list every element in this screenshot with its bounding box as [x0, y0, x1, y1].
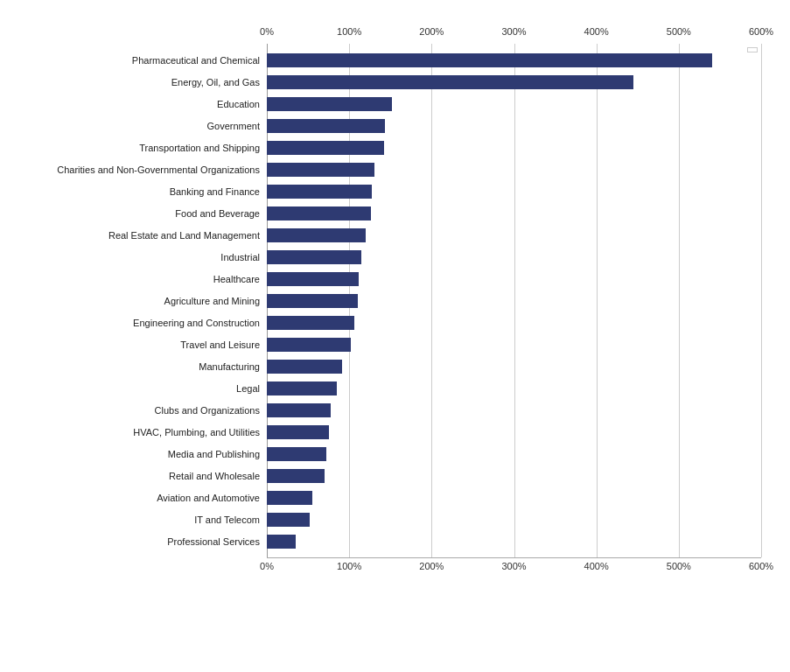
- bars-and-grid: Pharmaceutical and ChemicalEnergy, Oil, …: [267, 44, 761, 557]
- bar-label: Government: [17, 121, 267, 131]
- bar-row: IT and Telecom: [267, 510, 761, 529]
- bar-row: Industrial: [267, 248, 761, 267]
- bar-row: Government: [267, 116, 761, 136]
- bar-label: Aviation and Automotive: [17, 493, 267, 503]
- bar-row: Retail and Wholesale: [267, 466, 761, 486]
- x-axis-label: 400%: [584, 26, 609, 37]
- bar-label: Pharmaceutical and Chemical: [17, 55, 267, 66]
- bar-label: Education: [17, 99, 267, 109]
- x-axis-label-bottom: 400%: [584, 561, 609, 571]
- bar-row: Engineering and Construction: [267, 313, 761, 332]
- bar: [267, 294, 358, 308]
- bar: [267, 338, 351, 352]
- bar-row: Clubs and Organizations: [267, 401, 761, 420]
- bar-label: Banking and Finance: [17, 186, 267, 197]
- bar-label: Transportation and Shipping: [17, 143, 267, 153]
- bar: [267, 469, 325, 483]
- bar-row: Banking and Finance: [267, 182, 761, 201]
- bar-label: Charities and Non-Governmental Organizat…: [17, 164, 267, 175]
- bar-row: Professional Services: [267, 532, 761, 551]
- bar-label: IT and Telecom: [17, 514, 267, 525]
- x-axis-label-bottom: 100%: [337, 561, 361, 571]
- x-axis-label: 600%: [749, 26, 773, 37]
- bar: [267, 360, 342, 374]
- bar-row: Travel and Leisure: [267, 335, 761, 354]
- chart-area-wrapper: Pharmaceutical and ChemicalEnergy, Oil, …: [267, 44, 761, 557]
- bars-area: Pharmaceutical and ChemicalEnergy, Oil, …: [267, 44, 761, 557]
- bar-row: Transportation and Shipping: [267, 138, 761, 158]
- x-axis-label: 100%: [337, 26, 361, 37]
- bar-row: Charities and Non-Governmental Organizat…: [267, 160, 761, 179]
- x-axis-label-bottom: 600%: [749, 561, 773, 571]
- x-axis-label: 500%: [667, 26, 691, 37]
- bar-row: Real Estate and Land Management: [267, 226, 761, 245]
- bar: [267, 97, 392, 111]
- bar: [267, 206, 371, 220]
- bar: [267, 316, 354, 330]
- x-axis-label-bottom: 200%: [419, 561, 444, 571]
- bar-row: Media and Publishing: [267, 444, 761, 464]
- bar-label: Healthcare: [17, 274, 267, 284]
- bar: [267, 75, 633, 89]
- bar: [267, 185, 372, 199]
- bar-row: HVAC, Plumbing, and Utilities: [267, 423, 761, 442]
- grid-line: [761, 44, 762, 557]
- x-axis-label: 0%: [260, 26, 274, 37]
- x-axis-label: 300%: [501, 26, 526, 37]
- bar-label: Real Estate and Land Management: [17, 230, 267, 241]
- bar: [267, 535, 296, 549]
- bar-label: Professional Services: [17, 536, 267, 547]
- bar-label: Clubs and Organizations: [17, 405, 267, 416]
- bar-label: Energy, Oil, and Gas: [17, 77, 267, 88]
- bar-label: HVAC, Plumbing, and Utilities: [17, 427, 267, 438]
- x-axis-label: 200%: [419, 26, 444, 37]
- bar: [267, 447, 326, 461]
- bar-row: Education: [267, 94, 761, 114]
- bar: [267, 119, 385, 133]
- x-axis-label-bottom: 500%: [667, 561, 691, 571]
- x-axis-label-bottom: 0%: [260, 561, 274, 571]
- x-axis-labels: 0%100%200%300%400%500%600%: [267, 26, 761, 42]
- bar-row: Manufacturing: [267, 357, 761, 376]
- x-axis-bottom: 0%100%200%300%400%500%600%: [267, 557, 761, 573]
- bar-row: Aviation and Automotive: [267, 488, 761, 508]
- bar-label: Travel and Leisure: [17, 340, 267, 350]
- bar-row: Food and Beverage: [267, 204, 761, 223]
- bar-label: Agriculture and Mining: [17, 296, 267, 306]
- bar-row: Energy, Oil, and Gas: [267, 73, 761, 92]
- x-axis-label-bottom: 300%: [501, 561, 526, 571]
- bar: [267, 425, 329, 439]
- bar-label: Legal: [17, 383, 267, 394]
- bar: [267, 53, 712, 67]
- bar: [267, 163, 374, 177]
- bar-label: Manufacturing: [17, 361, 267, 372]
- bar-label: Retail and Wholesale: [17, 471, 267, 481]
- bar-row: Legal: [267, 379, 761, 398]
- bar: [267, 141, 384, 155]
- bar-row: Agriculture and Mining: [267, 291, 761, 311]
- bar: [267, 382, 337, 396]
- bar-row: Pharmaceutical and Chemical: [267, 51, 761, 70]
- bar-label: Media and Publishing: [17, 449, 267, 459]
- bar: [267, 250, 361, 264]
- bar: [267, 491, 312, 505]
- bar: [267, 403, 331, 417]
- bar-row: Healthcare: [267, 270, 761, 289]
- bar: [267, 272, 359, 286]
- bar-label: Food and Beverage: [17, 208, 267, 219]
- chart-container: 0%100%200%300%400%500%600% Pharmaceutica…: [17, 26, 779, 573]
- bar-label: Engineering and Construction: [17, 318, 267, 328]
- bar-label: Industrial: [17, 252, 267, 262]
- bar: [267, 513, 310, 527]
- bar: [267, 228, 366, 242]
